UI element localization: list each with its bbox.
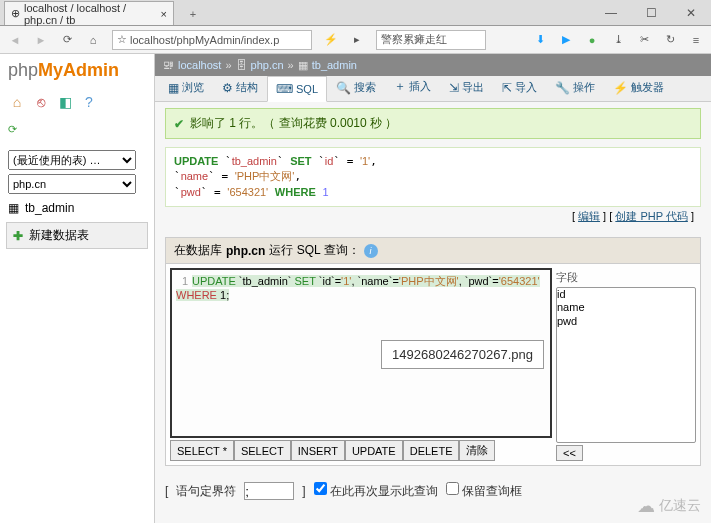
tab-insert[interactable]: ＋插入	[385, 72, 440, 101]
recent-tables-select[interactable]: (最近使用的表) …	[8, 150, 136, 170]
tab-browse[interactable]: ▦浏览	[159, 74, 213, 101]
tab-structure[interactable]: ⚙结构	[213, 74, 267, 101]
window-minimize-button[interactable]: —	[591, 1, 631, 25]
delimiter-input[interactable]	[244, 482, 294, 500]
sidebar: phpMyAdmin ⌂ ⎋ ◧ ? ⟳ (最近使用的表) … php.cn ▦…	[0, 54, 155, 523]
save-icon[interactable]: ⤓	[607, 29, 629, 51]
crumb-table[interactable]: tb_admin	[312, 59, 357, 71]
tab-export[interactable]: ⇲导出	[440, 74, 493, 101]
tab-import[interactable]: ⇱导入	[493, 74, 546, 101]
caret-icon[interactable]: ▸	[346, 29, 368, 51]
table-icon: ▦	[8, 201, 19, 215]
sidebar-table-item[interactable]: ▦ tb_admin	[2, 198, 152, 218]
chat-icon[interactable]: ●	[581, 29, 603, 51]
show-again-checkbox[interactable]: 在此再次显示此查询	[314, 482, 438, 500]
tab-operations[interactable]: 🔧操作	[546, 74, 604, 101]
tab-sql[interactable]: ⌨SQL	[267, 76, 327, 102]
cut-icon[interactable]: ✂	[633, 29, 655, 51]
success-message: ✔ 影响了 1 行。（ 查询花费 0.0010 秒 ）	[165, 108, 701, 139]
play-icon[interactable]: ▶	[555, 29, 577, 51]
query-options: [ 语句定界符 ] 在此再次显示此查询 保留查询框	[165, 482, 701, 500]
help-icon[interactable]: ?	[80, 93, 98, 111]
new-tab-button[interactable]: +	[180, 3, 206, 25]
columns-label: 字段	[556, 268, 696, 287]
close-icon[interactable]: ×	[161, 8, 167, 20]
query-panel: 在数据库 php.cn 运行 SQL 查询： i 1UPDATE `tb_adm…	[165, 237, 701, 466]
home-icon[interactable]: ⌂	[8, 93, 26, 111]
forward-button[interactable]: ►	[30, 29, 52, 51]
logout-icon[interactable]: ⎋	[32, 93, 50, 111]
insert-button[interactable]: INSERT	[291, 440, 345, 461]
select-star-button[interactable]: SELECT *	[170, 440, 234, 461]
server-icon: 🖳	[163, 59, 174, 71]
download-icon[interactable]: ⬇	[529, 29, 551, 51]
cloud-icon: ☁	[637, 495, 655, 517]
crumb-server[interactable]: localhost	[178, 59, 221, 71]
browser-navbar: ◄ ► ⟳ ⌂ ☆ localhost/phpMyAdmin/index.p ⚡…	[0, 26, 711, 54]
info-icon[interactable]: i	[364, 244, 378, 258]
table-icon: ▦	[298, 59, 308, 72]
columns-list[interactable]: idnamepwd	[556, 287, 696, 443]
tab-triggers[interactable]: ⚡触发器	[604, 74, 673, 101]
database-icon: 🗄	[236, 59, 247, 71]
edit-link[interactable]: 编辑	[578, 210, 600, 222]
window-maximize-button[interactable]: ☐	[631, 1, 671, 25]
reload-nav-icon[interactable]: ⟳	[8, 123, 17, 135]
keep-query-checkbox[interactable]: 保留查询框	[446, 482, 522, 500]
home-button[interactable]: ⌂	[82, 29, 104, 51]
insert-column-button[interactable]: <<	[556, 445, 583, 461]
update-button[interactable]: UPDATE	[345, 440, 403, 461]
executed-sql: UPDATE `tb_admin` SET `id` = '1', `name`…	[165, 147, 701, 207]
browser-tab[interactable]: ⊕ localhost / localhost / php.cn / tb ×	[4, 1, 174, 25]
plus-icon: ✚	[13, 229, 23, 243]
phpmyadmin-logo: phpMyAdmin	[2, 56, 152, 89]
globe-icon: ⊕	[11, 7, 20, 20]
create-php-link[interactable]: 创建 PHP 代码	[615, 210, 688, 222]
browser-titlebar: ⊕ localhost / localhost / php.cn / tb × …	[0, 0, 711, 26]
clear-button[interactable]: 清除	[459, 440, 495, 461]
new-table-button[interactable]: ✚ 新建数据表	[6, 222, 148, 249]
bookmark-icon[interactable]: ☆	[117, 33, 127, 46]
search-box[interactable]: 警察累瘫走红	[376, 30, 486, 50]
address-bar[interactable]: ☆ localhost/phpMyAdmin/index.p	[112, 30, 312, 50]
menu-icon[interactable]: ≡	[685, 29, 707, 51]
overlay-filename: 1492680246270267.png	[381, 340, 544, 369]
check-icon: ✔	[174, 117, 184, 131]
tab-search[interactable]: 🔍搜索	[327, 74, 385, 101]
crumb-database[interactable]: php.cn	[251, 59, 284, 71]
select-button[interactable]: SELECT	[234, 440, 291, 461]
database-select[interactable]: php.cn	[8, 174, 136, 194]
watermark: ☁ 亿速云	[637, 495, 701, 517]
back-button[interactable]: ◄	[4, 29, 26, 51]
query-panel-head: 在数据库 php.cn 运行 SQL 查询： i	[166, 238, 700, 264]
lightning-icon[interactable]: ⚡	[320, 29, 342, 51]
tab-title: localhost / localhost / php.cn / tb	[24, 2, 157, 26]
sql-editor[interactable]: 1UPDATE `tb_admin` SET `id`='1', `name`=…	[170, 268, 552, 438]
sql-query-icon[interactable]: ◧	[56, 93, 74, 111]
reload-button[interactable]: ⟳	[56, 29, 78, 51]
window-close-button[interactable]: ✕	[671, 1, 711, 25]
delete-button[interactable]: DELETE	[403, 440, 460, 461]
restore-icon[interactable]: ↻	[659, 29, 681, 51]
tab-bar: ▦浏览 ⚙结构 ⌨SQL 🔍搜索 ＋插入 ⇲导出 ⇱导入 🔧操作 ⚡触发器	[155, 76, 711, 102]
